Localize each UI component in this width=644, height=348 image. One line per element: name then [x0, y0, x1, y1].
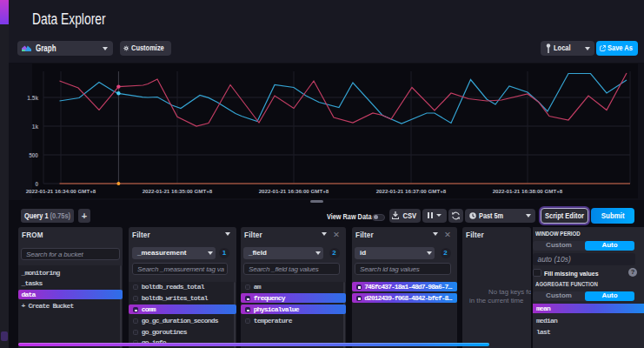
svg-text:2022-01-21 16:37:00 GMT+8: 2022-01-21 16:37:00 GMT+8: [376, 188, 447, 194]
svg-text:2022-01-21 16:34:00 GMT+8: 2022-01-21 16:34:00 GMT+8: [26, 188, 96, 194]
svg-text:2022-01-21 16:36:00 GMT+8: 2022-01-21 16:36:00 GMT+8: [259, 188, 329, 194]
svg-text:500: 500: [29, 152, 38, 158]
svg-text:2022-01-21 16:35:00 GMT+8: 2022-01-21 16:35:00 GMT+8: [143, 188, 213, 194]
svg-text:1.5k: 1.5k: [27, 95, 38, 101]
svg-text:1k: 1k: [32, 124, 39, 130]
svg-text:0: 0: [35, 181, 38, 187]
svg-text:2022-01-21 16:38:00 GMT+8: 2022-01-21 16:38:00 GMT+8: [493, 188, 563, 194]
